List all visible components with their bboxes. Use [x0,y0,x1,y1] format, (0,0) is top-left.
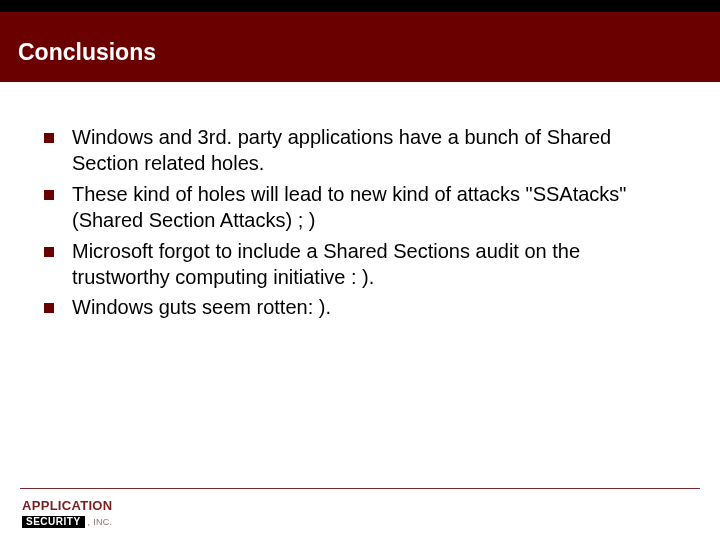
bullet-text: These kind of holes will lead to new kin… [72,181,676,234]
list-item: Windows and 3rd. party applications have… [44,124,676,177]
bullet-list: Windows and 3rd. party applications have… [44,124,676,321]
bullet-icon [44,190,54,200]
slide-header: Conclusions [0,12,720,82]
list-item: Windows guts seem rotten: ). [44,294,676,320]
logo-line-1: APPLICATION [22,499,112,512]
slide-title: Conclusions [18,39,156,66]
slide-content: Windows and 3rd. party applications have… [0,82,720,321]
logo-line-2: SECURITY , INC. [22,516,112,528]
company-logo: APPLICATION SECURITY , INC. [22,499,112,528]
top-strip [0,0,720,12]
bullet-icon [44,133,54,143]
bullet-text: Microsoft forgot to include a Shared Sec… [72,238,676,291]
list-item: Microsoft forgot to include a Shared Sec… [44,238,676,291]
bullet-text: Windows guts seem rotten: ). [72,294,676,320]
logo-inc-text: , INC. [88,518,113,527]
list-item: These kind of holes will lead to new kin… [44,181,676,234]
bullet-text: Windows and 3rd. party applications have… [72,124,676,177]
bullet-icon [44,303,54,313]
slide-footer: APPLICATION SECURITY , INC. [0,488,720,540]
logo-security-text: SECURITY [22,516,85,528]
footer-divider [20,488,700,489]
bullet-icon [44,247,54,257]
